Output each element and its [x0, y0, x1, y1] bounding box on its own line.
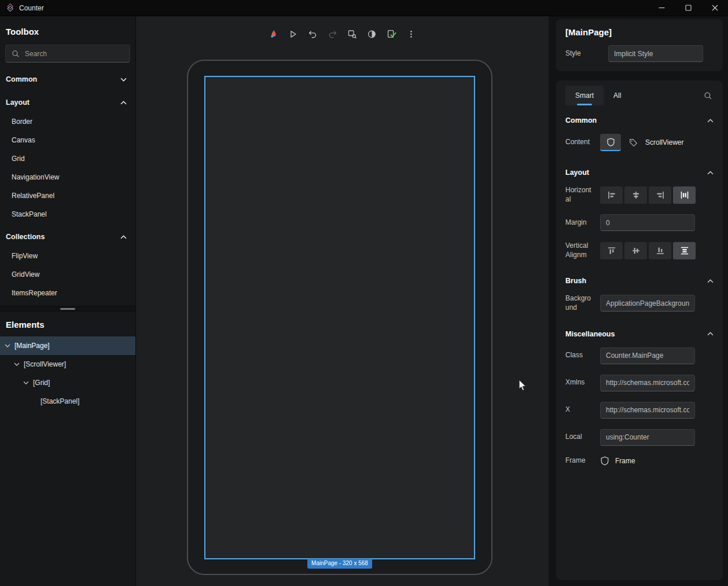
horizontal-alignment-row: Horizontal: [565, 186, 714, 204]
toolbox-item-navigationview[interactable]: NavigationView: [0, 168, 135, 186]
window-title: Counter: [19, 4, 44, 12]
section-brush[interactable]: Brush: [565, 270, 714, 292]
tab-smart[interactable]: Smart: [565, 86, 604, 105]
class-label: Class: [565, 351, 592, 360]
align-vertical-bottom-button[interactable]: [649, 242, 671, 259]
frame-label: Frame: [565, 456, 592, 466]
sidebar-splitter[interactable]: [0, 306, 135, 312]
margin-label: Margin: [565, 218, 592, 228]
toolbox-search-input[interactable]: [25, 50, 124, 58]
more-icon[interactable]: [403, 26, 419, 42]
app-window: Counter Toolbox Common: [0, 0, 728, 586]
hot-reload-flame-icon[interactable]: [266, 26, 281, 42]
splitter-handle-icon: [60, 308, 75, 310]
left-sidebar: Toolbox Common Layout Border Ca: [0, 16, 136, 586]
play-icon[interactable]: [285, 26, 301, 42]
window-controls: [648, 0, 728, 16]
align-vertical-center-button[interactable]: [624, 242, 647, 259]
mouse-cursor: [518, 380, 527, 391]
properties-tabs: Smart All: [565, 84, 714, 107]
maximize-button[interactable]: [675, 0, 701, 16]
chevron-up-icon: [707, 279, 714, 283]
content-property-row: Content ScrollViewer: [565, 134, 714, 151]
toolbox-item-stackpanel[interactable]: StackPanel: [0, 205, 135, 224]
element-type-button[interactable]: [600, 134, 621, 151]
toolbox-item-grid[interactable]: Grid: [0, 149, 135, 168]
inspect-icon[interactable]: [344, 26, 360, 42]
align-vertical-stretch-button[interactable]: [673, 242, 696, 259]
margin-input[interactable]: [600, 214, 695, 231]
style-input[interactable]: [608, 45, 703, 62]
align-horizontal-center-button[interactable]: [624, 186, 647, 204]
content-label: Content: [565, 138, 592, 147]
toolbox-item-gridview[interactable]: GridView: [0, 265, 135, 284]
section-layout[interactable]: Layout: [565, 162, 714, 184]
redo-icon[interactable]: [325, 26, 340, 42]
search-icon: [12, 50, 20, 58]
chevron-down-icon: [5, 344, 10, 347]
tree-item-label: [Grid]: [33, 379, 50, 387]
x-label: X: [565, 405, 592, 415]
xmlns-input[interactable]: [600, 375, 695, 391]
properties-card: Smart All Common Content: [556, 80, 723, 580]
toolbox-item-canvas[interactable]: Canvas: [0, 131, 135, 149]
elements-title: Elements: [0, 312, 135, 336]
align-vertical-top-button[interactable]: [600, 242, 623, 259]
chevron-up-icon: [120, 235, 127, 239]
frame-type-icon: [600, 456, 609, 466]
style-label: Style: [565, 49, 600, 58]
class-input[interactable]: [600, 347, 695, 364]
class-row: Class: [565, 347, 714, 364]
titlebar: Counter: [0, 0, 728, 16]
properties-search-icon[interactable]: [704, 91, 712, 100]
toolbox-item-itemsrepeater[interactable]: ItemsRepeater: [0, 284, 135, 302]
content-value: ScrollViewer: [645, 138, 683, 146]
section-label: Common: [565, 116, 597, 124]
validate-icon[interactable]: [384, 26, 399, 42]
x-input[interactable]: [600, 402, 695, 419]
toolbox-section-collections[interactable]: Collections: [0, 227, 135, 247]
background-row: Background: [565, 294, 714, 312]
selection-header-card: [MainPage] Style: [556, 19, 723, 71]
background-input[interactable]: [600, 295, 695, 312]
toolbox-item-relativepanel[interactable]: RelativePanel: [0, 186, 135, 205]
toolbox-section-common[interactable]: Common: [0, 69, 135, 89]
section-common[interactable]: Common: [565, 109, 714, 131]
elements-tree-item-scrollviewer[interactable]: [ScrollViewer]: [0, 355, 135, 373]
elements-tree-item-grid[interactable]: [Grid]: [0, 373, 135, 392]
frame-row: Frame Frame: [565, 456, 714, 466]
undo-icon[interactable]: [305, 26, 321, 42]
local-row: Local: [565, 429, 714, 446]
elements-tree-item-mainpage[interactable]: [MainPage]: [0, 336, 135, 355]
local-input[interactable]: [600, 429, 695, 446]
design-canvas: MainPage - 320 x 568: [136, 16, 549, 586]
toolbox-title: Toolbox: [0, 16, 135, 43]
tab-all[interactable]: All: [604, 86, 631, 105]
theme-toggle-icon[interactable]: [364, 26, 380, 42]
elements-tree-item-stackpanel[interactable]: [StackPanel]: [0, 392, 135, 411]
vertical-alignment-label: Vertical Alignm: [565, 241, 592, 259]
chevron-up-icon: [120, 101, 127, 105]
selected-element-title: [MainPage]: [565, 27, 714, 37]
frame-value: Frame: [615, 457, 635, 465]
align-horizontal-stretch-button[interactable]: [673, 186, 696, 204]
align-horizontal-right-button[interactable]: [649, 186, 671, 204]
tag-icon-button[interactable]: [625, 134, 641, 151]
tree-item-label: [ScrollViewer]: [24, 360, 66, 368]
section-label: Layout: [6, 98, 30, 107]
margin-row: Margin: [565, 214, 714, 231]
toolbox-search[interactable]: [5, 45, 130, 63]
toolbox-item-flipview[interactable]: FlipView: [0, 247, 135, 265]
section-miscellaneous[interactable]: Miscellaneous: [565, 323, 714, 345]
toolbox-section-layout[interactable]: Layout: [0, 93, 135, 112]
chevron-down-icon: [120, 78, 127, 82]
minimize-button[interactable]: [648, 0, 675, 16]
align-horizontal-left-button[interactable]: [600, 186, 623, 204]
mainpage-design-surface[interactable]: [204, 76, 475, 559]
canvas-toolbar: [266, 26, 419, 42]
local-label: Local: [565, 433, 592, 442]
close-button[interactable]: [701, 0, 728, 16]
toolbox-item-border[interactable]: Border: [0, 112, 135, 131]
section-label: Common: [6, 75, 37, 83]
device-frame: MainPage - 320 x 568: [187, 60, 492, 575]
